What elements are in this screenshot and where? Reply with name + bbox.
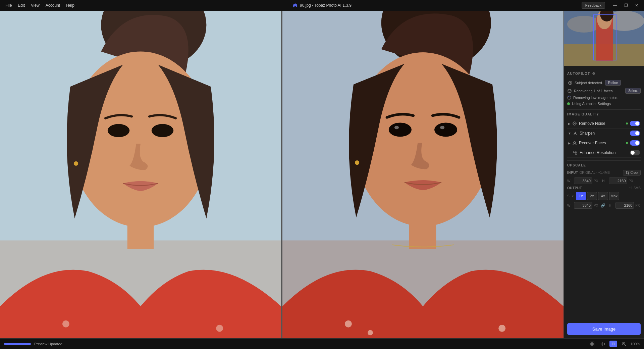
menu-edit[interactable]: Edit: [15, 2, 28, 9]
output-dimensions-row: W PX 🔗 H PX: [567, 202, 641, 209]
zoom-icon: [622, 342, 626, 346]
svg-point-37: [569, 90, 569, 91]
original-portrait-overlay: [0, 11, 281, 338]
feedback-button[interactable]: Feedback: [582, 2, 605, 9]
scale-1x-button[interactable]: 1x: [576, 192, 586, 200]
recover-faces-expand-icon[interactable]: ▶: [568, 141, 571, 145]
close-button[interactable]: ✕: [632, 1, 641, 10]
svg-point-19: [345, 320, 352, 328]
svg-point-17: [394, 126, 399, 129]
spinner-icon: [567, 96, 571, 100]
sharpen-toggle[interactable]: [630, 131, 640, 136]
svg-point-38: [570, 90, 571, 91]
subject-detected-text: Subject detected.: [575, 81, 603, 85]
subject-detected-row: Subject detected. Refine: [567, 79, 641, 87]
output-w-px-label: PX: [594, 204, 598, 207]
divider-2: [567, 160, 641, 161]
remove-noise-expand-icon[interactable]: ▶: [568, 122, 571, 126]
svg-point-10: [74, 161, 78, 166]
scale-4x-button[interactable]: 4x: [598, 192, 608, 200]
fit-view-button[interactable]: [588, 340, 596, 348]
green-dot-icon: [567, 102, 570, 105]
enhance-resolution-toggle[interactable]: [630, 150, 640, 155]
autopilot-settings-text: Using Autopilot Settings: [572, 102, 611, 106]
thumbnail-background: [564, 11, 644, 66]
remove-noise-row: ▶ Remove Noise: [567, 119, 641, 129]
split-view-button[interactable]: ⊟: [609, 341, 617, 347]
window-controls: Feedback — ❐ ✕: [582, 1, 641, 10]
output-label: OUTPUT: [567, 186, 582, 190]
svg-point-15: [389, 122, 412, 137]
svg-rect-42: [575, 153, 577, 154]
recovering-text: Recovering 1 of 1 faces.: [574, 89, 614, 93]
svg-point-20: [368, 330, 373, 336]
output-h-px-label: PX: [635, 204, 640, 207]
menu-file[interactable]: File: [3, 2, 14, 9]
window-title: 90.jpg - Topaz Photo AI 1.3.9: [300, 3, 352, 8]
select-button[interactable]: Select: [625, 88, 641, 94]
autopilot-gear-icon[interactable]: ⚙: [592, 71, 595, 76]
remove-noise-active-dot: [626, 122, 628, 124]
menu-account[interactable]: Account: [43, 2, 63, 9]
svg-rect-9: [127, 214, 154, 249]
svg-rect-46: [592, 344, 594, 346]
input-height-field[interactable]: [609, 178, 627, 184]
recover-faces-active-dot: [626, 142, 628, 144]
original-panel: [0, 11, 281, 338]
remove-noise-label: Remove Noise: [579, 121, 626, 126]
thumbnail-area: [564, 11, 644, 66]
image-area: [0, 11, 564, 338]
w-label: W: [567, 179, 573, 183]
removing-noise-text: Removing low image noise.: [573, 96, 619, 100]
menu-area: File Edit View Account Help: [3, 2, 77, 9]
autopilot-settings-row: Using Autopilot Settings: [567, 101, 641, 107]
input-info: ORIGINAL · ~1.4MB: [580, 171, 622, 174]
svg-point-18: [440, 126, 444, 129]
image-quality-title: IMAGE QUALITY: [567, 112, 599, 116]
scale-2x-button[interactable]: 2x: [587, 192, 597, 200]
maximize-button[interactable]: ❐: [621, 1, 631, 10]
minimize-button[interactable]: —: [610, 1, 620, 10]
fit-view-icon: [590, 342, 594, 346]
topaz-logo-icon: [292, 3, 298, 8]
svg-marker-0: [293, 3, 297, 7]
input-width-field[interactable]: [574, 178, 592, 184]
face-icon: [567, 89, 572, 93]
svg-point-16: [434, 122, 457, 137]
svg-point-35: [570, 82, 571, 84]
output-w-label: W: [567, 204, 573, 207]
upscale-title: UPSCALE: [567, 163, 586, 167]
menu-help[interactable]: Help: [63, 2, 77, 9]
progress-bar: [4, 343, 31, 345]
svg-point-5: [108, 124, 129, 137]
output-height-field[interactable]: [615, 202, 634, 209]
output-h-label: H: [609, 204, 614, 207]
menu-view[interactable]: View: [28, 2, 42, 9]
zoom-in-button[interactable]: [620, 340, 628, 348]
compare-button[interactable]: [599, 340, 607, 348]
output-info: ~1.5MB: [583, 186, 641, 190]
sidebar-content: AUTOPILOT ⚙ Subject detected. Refine: [564, 66, 644, 320]
processed-panel: [282, 11, 564, 338]
recover-faces-row: ▶ Recover Faces: [567, 138, 641, 148]
zoom-level: 100%: [631, 342, 640, 346]
progress-bar-fill: [4, 343, 31, 345]
input-h-px-label: PX: [629, 179, 633, 183]
svg-point-23: [355, 160, 359, 165]
recover-faces-toggle[interactable]: [630, 140, 640, 146]
upscale-header: UPSCALE: [567, 163, 641, 167]
input-row: INPUT ORIGINAL · ~1.4MB Crop: [567, 170, 641, 176]
save-image-button[interactable]: Save Image: [567, 323, 641, 335]
scale-max-button[interactable]: Max: [609, 192, 619, 200]
refine-button[interactable]: Refine: [605, 80, 621, 86]
sharpen-expand-icon[interactable]: ▼: [568, 132, 571, 135]
svg-point-8: [216, 325, 223, 332]
remove-noise-toggle[interactable]: [630, 121, 640, 126]
titlebar: File Edit View Account Help 90.jpg - Top…: [0, 0, 644, 11]
sharpen-row: ▼ Sharpen: [567, 129, 641, 138]
crop-button[interactable]: Crop: [623, 170, 641, 176]
output-width-field[interactable]: [574, 202, 592, 209]
svg-point-21: [498, 325, 505, 332]
scale-buttons-row: S x 1x 2x 4x Max: [567, 192, 641, 200]
subject-icon: [568, 81, 573, 85]
